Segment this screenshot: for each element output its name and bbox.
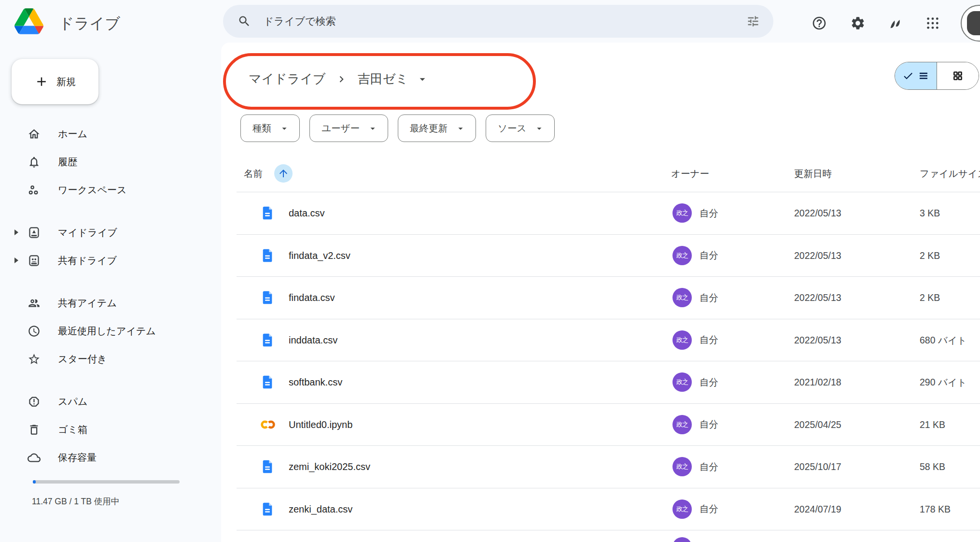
check-icon — [902, 70, 914, 82]
file-name: data.csv — [289, 208, 324, 219]
google-drive-app: { "header": { "app_title": "ドライブ", "sear… — [0, 0, 980, 542]
star-icon — [27, 352, 41, 366]
table-row[interactable]: findata.csv 政之自分 2022/05/13 2 KB — [237, 277, 980, 319]
file-name: findata.csv — [289, 292, 335, 303]
filter-chips: 種類 ユーザー 最終更新 ソース — [240, 114, 555, 142]
sidebar-item-label: スター付き — [58, 353, 107, 366]
sidebar-item-my-drive[interactable]: マイドライブ — [0, 218, 221, 246]
modified-date: 2024/07/19 — [794, 503, 841, 514]
table-row[interactable]: inddata.csv 政之自分 2022/05/13 680 バイト — [237, 319, 980, 362]
csv-file-icon — [260, 374, 275, 390]
settings-gear-icon[interactable] — [847, 13, 868, 34]
filter-chip-modified[interactable]: 最終更新 — [398, 114, 476, 142]
app-title: ドライブ — [59, 14, 120, 34]
table-row[interactable]: data.csv 政之自分 2022/05/13 3 KB — [237, 192, 980, 235]
sidebar-item-home[interactable]: ホーム — [0, 120, 221, 148]
file-size: 178 KB — [920, 503, 951, 514]
folder-menu-caret-icon[interactable] — [416, 73, 429, 86]
grid-view-button[interactable] — [937, 62, 979, 89]
sidebar-item-shared-with-me[interactable]: 共有アイテム — [0, 289, 221, 317]
filter-chip-user[interactable]: ユーザー — [309, 114, 388, 142]
sidebar-item-label: 共有ドライブ — [58, 254, 117, 267]
owner-label: 自分 — [700, 249, 718, 262]
table-row[interactable]: zenki_data.csv 政之自分 2024/07/19 178 KB — [237, 488, 980, 531]
table-row[interactable]: softbank.csv 政之自分 2021/02/18 290 バイト — [237, 361, 980, 404]
trash-icon — [27, 423, 41, 436]
file-name: Untitled0.ipynb — [289, 419, 352, 430]
sidebar-item-label: スパム — [58, 395, 87, 408]
grid-icon — [952, 70, 964, 82]
new-button[interactable]: 新規 — [12, 59, 98, 104]
list-icon — [918, 70, 929, 82]
modified-date: 2025/10/17 — [794, 461, 841, 472]
table-header: 名前 オーナー 更新日時 ファイルサイズ — [237, 155, 980, 192]
csv-file-icon — [260, 459, 275, 474]
csv-file-icon — [260, 332, 275, 348]
clock-icon — [27, 324, 41, 338]
sidebar-item-shared-drives[interactable]: 共有ドライブ — [0, 246, 221, 274]
breadcrumb-current-folder[interactable]: 吉田ゼミ — [353, 68, 413, 90]
file-name: findata_v2.csv — [289, 250, 350, 261]
workspaces-icon — [27, 183, 41, 197]
file-name: zemi_koki2025.csv — [289, 461, 370, 472]
search-icon[interactable] — [238, 14, 251, 28]
my-drive-icon — [27, 226, 41, 239]
sidebar-item-workspaces[interactable]: ワークスペース — [0, 176, 221, 204]
file-list: data.csv 政之自分 2022/05/13 3 KB findata_v2… — [237, 192, 980, 542]
sidebar-item-label: ワークスペース — [58, 184, 126, 197]
sidebar-item-label: マイドライブ — [58, 226, 117, 239]
expand-caret-icon[interactable] — [14, 257, 18, 263]
search-bar[interactable] — [223, 5, 773, 38]
storage-progress-bar — [33, 480, 180, 484]
sort-ascending-icon[interactable] — [274, 164, 293, 183]
home-icon — [27, 127, 41, 141]
owner-avatar: 政之 — [672, 246, 692, 265]
table-row[interactable]: zemi_koki2025.csv 政之自分 2025/10/17 58 KB — [237, 446, 980, 488]
column-header-owner[interactable]: オーナー — [671, 167, 709, 180]
sidebar-item-starred[interactable]: スター付き — [0, 345, 221, 373]
search-input[interactable] — [264, 15, 746, 27]
breadcrumb-my-drive[interactable]: マイドライブ — [244, 68, 331, 90]
chevron-right-icon — [336, 73, 348, 86]
dropdown-caret-icon — [279, 123, 290, 134]
column-header-modified[interactable]: 更新日時 — [794, 167, 832, 180]
table-row-partial[interactable] — [237, 530, 980, 542]
owner-label: 自分 — [700, 460, 718, 473]
help-icon[interactable] — [809, 13, 830, 34]
filter-chip-source[interactable]: ソース — [486, 114, 555, 142]
column-header-size[interactable]: ファイルサイズ — [920, 167, 980, 180]
sidebar-item-activity[interactable]: 履歴 — [0, 148, 221, 176]
csv-file-icon — [260, 205, 275, 221]
sidebar-item-trash[interactable]: ゴミ箱 — [0, 415, 221, 443]
sidebar-item-label: 履歴 — [58, 156, 77, 169]
filter-chip-type[interactable]: 種類 — [240, 114, 300, 142]
shared-drive-icon — [27, 254, 41, 267]
spam-icon — [27, 395, 41, 408]
search-options-icon[interactable] — [746, 14, 760, 28]
list-view-button[interactable] — [895, 62, 937, 89]
account-avatar[interactable] — [961, 5, 980, 42]
bell-icon — [27, 155, 41, 169]
sidebar-item-recent[interactable]: 最近使用したアイテム — [0, 317, 221, 345]
owner-label: 自分 — [700, 502, 718, 515]
owner-avatar: 政之 — [672, 457, 692, 476]
premium-offers-icon[interactable] — [885, 13, 906, 34]
google-drive-logo — [14, 8, 43, 34]
sidebar-item-spam[interactable]: スパム — [0, 387, 221, 415]
table-row[interactable]: findata_v2.csv 政之自分 2022/05/13 2 KB — [237, 235, 980, 277]
table-row[interactable]: Untitled0.ipynb 政之自分 2025/04/25 21 KB — [237, 404, 980, 446]
file-size: 3 KB — [920, 208, 940, 219]
cloud-icon — [27, 451, 41, 464]
sidebar-item-storage[interactable]: 保存容量 — [0, 443, 221, 471]
apps-grid-icon[interactable] — [922, 13, 943, 34]
modified-date: 2021/02/18 — [794, 377, 841, 388]
csv-file-icon — [260, 290, 275, 305]
owner-avatar: 政之 — [672, 415, 692, 434]
file-size: 2 KB — [920, 250, 940, 261]
colab-notebook-icon — [260, 416, 276, 433]
sidebar-item-label: ゴミ箱 — [58, 423, 87, 436]
file-name: softbank.csv — [289, 377, 342, 388]
expand-caret-icon[interactable] — [14, 229, 18, 235]
column-header-name[interactable]: 名前 — [244, 167, 263, 180]
owner-avatar: 政之 — [672, 499, 692, 519]
